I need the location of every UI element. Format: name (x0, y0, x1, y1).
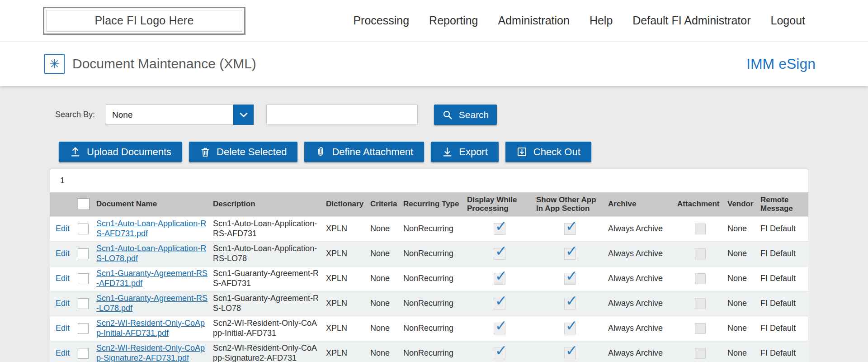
criteria-cell: None (368, 216, 401, 241)
remote-message-cell: FI Default (758, 266, 808, 291)
search-input[interactable] (266, 105, 418, 125)
document-name-link[interactable]: Scn1-Guaranty-Agreement-RS-AFD731.pdf (96, 269, 208, 288)
table-row: Edit Scn2-WI-Resident-Only-CoApp-Initial… (50, 316, 808, 341)
table-row: Edit Scn1-Guaranty-Agreement-RS-LO78.pdf… (50, 291, 808, 316)
criteria-cell: None (368, 266, 401, 291)
remote-message-cell: FI Default (758, 316, 808, 341)
edit-link[interactable]: Edit (56, 348, 70, 357)
show-other-app-checkbox (564, 223, 576, 235)
vendor-cell: None (725, 316, 758, 341)
column-header-criteria: Criteria (368, 192, 401, 216)
nav-help[interactable]: Help (590, 14, 613, 27)
column-header-remote-message: Remote Message (758, 192, 808, 216)
top-nav: Processing Reporting Administration Help… (353, 14, 805, 27)
paperclip-icon (315, 147, 326, 157)
attachment-checkbox (695, 323, 706, 334)
remote-message-cell: FI Default (758, 241, 808, 266)
nav-logout[interactable]: Logout (771, 14, 805, 27)
dictionary-cell: XPLN (323, 291, 368, 316)
page-title: Document Maintenance (XML) (72, 56, 256, 71)
define-attachment-button[interactable]: Define Attachment (304, 142, 424, 162)
check-out-button[interactable]: Check Out (505, 142, 591, 162)
edit-link[interactable]: Edit (56, 299, 70, 308)
define-attachment-label: Define Attachment (332, 146, 413, 158)
archive-cell: Always Archive (605, 291, 675, 316)
document-name-link[interactable]: Scn1-Guaranty-Agreement-RS-LO78.pdf (96, 294, 208, 313)
display-while-processing-checkbox (494, 298, 505, 310)
nav-administration[interactable]: Administration (498, 14, 569, 27)
recurring-type-cell: NonRecurring (401, 316, 464, 341)
archive-cell: Always Archive (605, 266, 675, 291)
document-name-link[interactable]: Scn2-WI-Resident-Only-CoApp-Signature2-A… (96, 343, 205, 362)
search-icon (442, 110, 453, 120)
nav-processing[interactable]: Processing (353, 14, 409, 27)
row-select-checkbox[interactable] (78, 348, 89, 359)
show-other-app-checkbox (564, 298, 576, 310)
select-all-header (75, 192, 94, 216)
display-while-processing-checkbox (494, 223, 505, 235)
select-all-checkbox[interactable] (78, 198, 90, 210)
search-button[interactable]: Search (434, 105, 497, 125)
display-while-processing-checkbox (494, 248, 505, 260)
description-cell: Scn1-Guaranty-Agreement-RS-AFD731 (210, 266, 323, 291)
document-xml-icon: ✳ (44, 54, 65, 74)
row-select-checkbox[interactable] (78, 298, 89, 309)
attachment-checkbox (695, 298, 706, 309)
export-button[interactable]: Export (431, 142, 499, 162)
column-header-recurring-type: Recurring Type (401, 192, 464, 216)
attachment-checkbox (695, 248, 706, 259)
search-by-label: Search By: (55, 110, 95, 119)
criteria-cell: None (368, 316, 401, 341)
search-by-selected-value: None (106, 110, 132, 120)
page-number[interactable]: 1 (60, 176, 65, 186)
row-select-checkbox[interactable] (78, 323, 89, 334)
document-name-link[interactable]: Scn1-Auto-Loan-Application-RS-AFD731.pdf (96, 219, 206, 238)
documents-table-container: 1 Document Name Description Dictionary C… (50, 169, 808, 362)
row-select-checkbox[interactable] (78, 224, 89, 234)
remote-message-cell: FI Default (758, 341, 808, 362)
check-out-label: Check Out (533, 146, 580, 158)
main-content: Search By: None Search Upload Documents … (0, 86, 868, 362)
table-row: Edit Scn2-WI-Resident-Only-CoApp-Signatu… (50, 341, 808, 362)
table-row: Edit Scn1-Auto-Loan-Application-RS-AFD73… (50, 216, 808, 241)
delete-selected-button[interactable]: Delete Selected (189, 142, 297, 162)
criteria-cell: None (368, 341, 401, 362)
upload-documents-button[interactable]: Upload Documents (59, 142, 182, 162)
column-header-display-while-processing: Display While Processing (464, 192, 533, 216)
criteria-cell: None (368, 241, 401, 266)
recurring-type-cell: NonRecurring (401, 291, 464, 316)
edit-link[interactable]: Edit (56, 249, 70, 258)
description-cell: Scn1-Guaranty-Agreement-RS-LO78 (210, 291, 323, 316)
row-select-checkbox[interactable] (78, 273, 89, 284)
vendor-cell: None (725, 241, 758, 266)
nav-reporting[interactable]: Reporting (429, 14, 478, 27)
upload-icon (70, 146, 81, 157)
attachment-checkbox (695, 273, 706, 284)
delete-selected-label: Delete Selected (217, 146, 287, 158)
dictionary-cell: XPLN (323, 241, 368, 266)
search-by-dropdown[interactable]: None (106, 105, 254, 125)
attachment-checkbox (695, 348, 706, 359)
row-select-checkbox[interactable] (78, 248, 89, 259)
document-name-link[interactable]: Scn1-Auto-Loan-Application-RS-LO78.pdf (96, 244, 206, 263)
dropdown-toggle-button[interactable] (233, 105, 254, 125)
recurring-type-cell: NonRecurring (401, 216, 464, 241)
dictionary-cell: XPLN (323, 316, 368, 341)
recurring-type-cell: NonRecurring (401, 241, 464, 266)
chevron-down-icon (240, 112, 248, 118)
nav-user-menu[interactable]: Default FI Administrator (632, 14, 750, 27)
export-label: Export (459, 146, 488, 158)
search-row: Search By: None Search (50, 105, 868, 125)
criteria-cell: None (368, 291, 401, 316)
fi-logo-text: Place FI Logo Here (95, 14, 194, 27)
edit-link[interactable]: Edit (56, 324, 70, 333)
recurring-type-cell: NonRecurring (401, 341, 464, 362)
document-name-link[interactable]: Scn2-WI-Resident-Only-CoApp-Initial-AFD7… (96, 319, 205, 338)
edit-link[interactable]: Edit (56, 224, 70, 233)
edit-link[interactable]: Edit (56, 274, 70, 283)
description-cell: Scn2-WI-Resident-Only-CoApp-Initial-AFD7… (210, 316, 323, 341)
column-header-dictionary: Dictionary (323, 192, 368, 216)
brand-imm-esign: IMM eSign (746, 56, 816, 72)
column-header-attachment: Attachment (675, 192, 725, 216)
archive-cell: Always Archive (605, 216, 675, 241)
